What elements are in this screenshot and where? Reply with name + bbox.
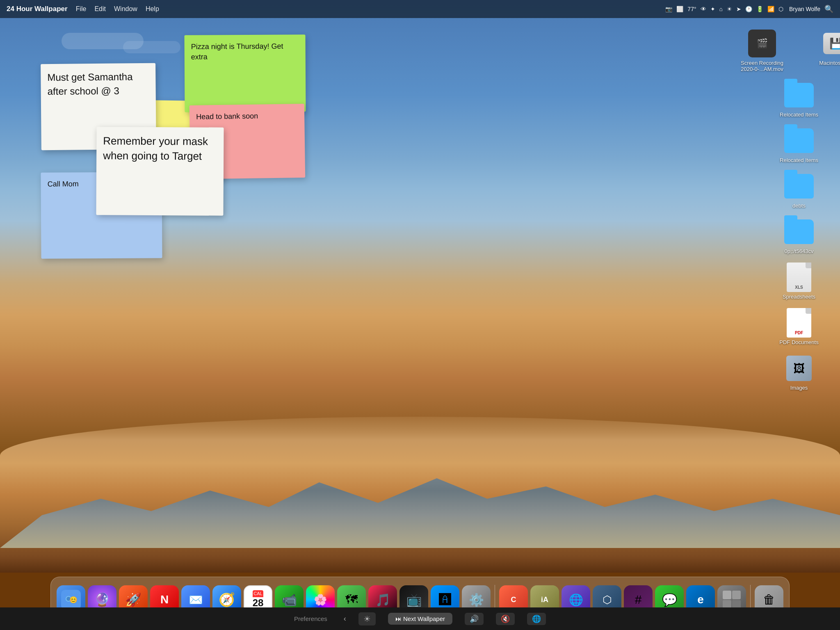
menubar-left: 24 Hour Wallpaper File Edit Window Help bbox=[7, 5, 159, 13]
battery-icon: 🔋 bbox=[756, 6, 763, 12]
sticky-note-4[interactable]: Remember your mask when going to Target bbox=[96, 127, 224, 216]
desktop-icon-relocated-1[interactable]: Relocated Items bbox=[766, 78, 832, 120]
note1-text: Must get Samantha after school @ 3 bbox=[47, 70, 149, 98]
menubar-help[interactable]: Help bbox=[146, 5, 159, 13]
debts-label: debts bbox=[792, 203, 806, 209]
touchbar-mute[interactable]: 🔇 bbox=[496, 613, 515, 625]
pdf-label: PDF Documents bbox=[779, 339, 818, 345]
cloud2 bbox=[123, 41, 180, 53]
spreadsheets-label: Spreadsheets bbox=[783, 294, 815, 300]
desktop-icon-debts[interactable]: debts bbox=[766, 169, 832, 211]
eyecon: 👁 bbox=[701, 6, 706, 12]
user-name: Bryan Wolfe bbox=[789, 6, 820, 12]
bluetooth-icon: ⬡ bbox=[778, 6, 783, 12]
weather-icon: 77° bbox=[687, 6, 696, 12]
app-name[interactable]: 24 Hour Wallpaper bbox=[7, 5, 68, 13]
dropbox-icon: ✦ bbox=[710, 6, 715, 12]
menubar-edit[interactable]: Edit bbox=[94, 5, 106, 13]
misc-folder-label: 0p;:/t5643cv bbox=[785, 248, 814, 254]
touchbar: Preferences ‹ ☀ ⏭ Next Wallpaper 🔊 🔇 🌐 bbox=[0, 607, 840, 630]
desktop-icon-pdf[interactable]: PDF PDF Documents bbox=[766, 306, 832, 348]
search-icon[interactable]: 🔍 bbox=[824, 5, 833, 14]
desktop-icon-screen-recording[interactable]: 🎬 Screen Recording 2020-0-...AM.mov bbox=[729, 26, 795, 75]
screen-icon: ⬜ bbox=[676, 6, 683, 12]
desktop-icon-macintosh-hd[interactable]: 💾 Macintosh HD bbox=[803, 26, 840, 68]
sticky-note-3[interactable]: Pizza night is Thursday! Get extra bbox=[185, 34, 306, 112]
desktop-icons-area: 🎬 Screen Recording 2020-0-...AM.mov 💾 Ma… bbox=[758, 18, 840, 573]
desktop-icon-images[interactable]: 🖼 Images bbox=[766, 351, 832, 393]
desktop-icon-spreadsheets[interactable]: XLS Spreadsheets bbox=[766, 260, 832, 302]
relocated-items-1-label: Relocated Items bbox=[780, 112, 818, 118]
images-label: Images bbox=[790, 385, 808, 391]
relocated-items-2-label: Relocated Items bbox=[780, 157, 818, 163]
touchbar-preferences[interactable]: Preferences bbox=[294, 615, 327, 622]
svg-text:😊: 😊 bbox=[69, 596, 78, 604]
clock-icon: 🕐 bbox=[745, 6, 752, 12]
menubar-file[interactable]: File bbox=[76, 5, 87, 13]
touchbar-brightness[interactable]: ☀ bbox=[358, 612, 376, 625]
screen-recording-label: Screen Recording 2020-0-...AM.mov bbox=[737, 60, 787, 72]
touchbar-volume[interactable]: 🔊 bbox=[465, 613, 484, 625]
temperature-icon: 📷 bbox=[665, 6, 672, 12]
note3-text: Pizza night is Thursday! Get extra bbox=[191, 41, 299, 62]
touchbar-back[interactable]: ‹ bbox=[344, 614, 346, 623]
menubar-window[interactable]: Window bbox=[114, 5, 137, 13]
touchbar-next-wallpaper[interactable]: ⏭ Next Wallpaper bbox=[388, 613, 452, 625]
desktop-icon-relocated-2[interactable]: Relocated Items bbox=[766, 123, 832, 166]
touchbar-siri[interactable]: 🌐 bbox=[527, 613, 546, 625]
dock-separator2 bbox=[750, 585, 751, 609]
note4-text: Remember your mask when going to Target bbox=[103, 133, 217, 164]
home-icon: ⌂ bbox=[719, 6, 723, 12]
menubar: 24 Hour Wallpaper File Edit Window Help … bbox=[0, 0, 840, 18]
arrow-icon: ➤ bbox=[736, 6, 741, 12]
menubar-right: 📷 ⬜ 77° 👁 ✦ ⌂ ☀ ➤ 🕐 🔋 📶 ⬡ Bryan Wolfe 🔍 bbox=[665, 5, 833, 14]
macintosh-hd-label: Macintosh HD bbox=[819, 60, 840, 66]
dock-separator bbox=[495, 585, 495, 609]
wifi-icon: 📶 bbox=[767, 6, 774, 12]
note5-text: Head to bank soon bbox=[196, 110, 298, 122]
desktop-icon-misc[interactable]: 0p;:/t5643cv bbox=[766, 215, 832, 257]
brightness-status-icon: ☀ bbox=[727, 6, 732, 12]
